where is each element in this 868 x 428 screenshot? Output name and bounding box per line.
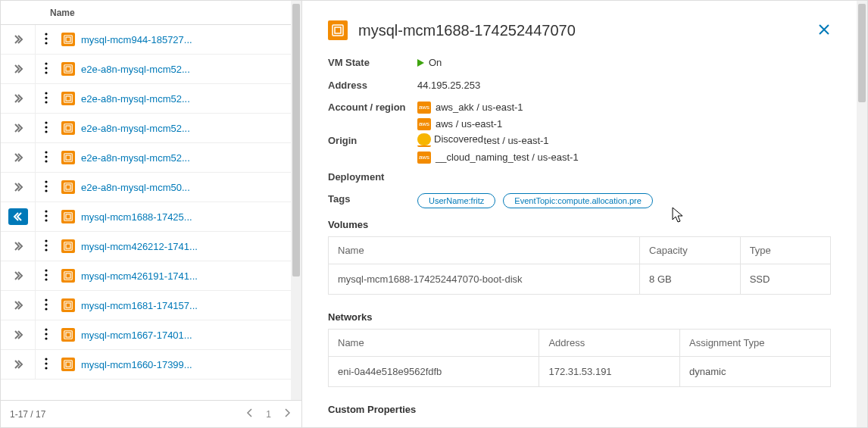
expand-button[interactable] bbox=[8, 238, 28, 255]
svg-rect-18 bbox=[64, 124, 73, 133]
vm-name-link[interactable]: mysql-mcm1660-17399... bbox=[81, 359, 192, 370]
expand-button[interactable] bbox=[8, 90, 28, 107]
right-scroll-thumb[interactable] bbox=[858, 4, 866, 102]
svg-rect-60 bbox=[333, 25, 343, 36]
vm-icon bbox=[61, 269, 75, 283]
vm-name-link[interactable]: mysql-mcm426191-1741... bbox=[81, 270, 198, 282]
table-row: mysql-mcm1688-17425... bbox=[1, 202, 301, 232]
expand-button[interactable] bbox=[8, 31, 28, 48]
vm-name-link[interactable]: mysql-mcm1667-17401... bbox=[81, 330, 192, 341]
section-networks: Networks bbox=[328, 311, 831, 323]
svg-rect-14 bbox=[66, 96, 70, 101]
left-scroll-thumb[interactable] bbox=[292, 4, 300, 276]
svg-rect-49 bbox=[66, 303, 70, 308]
svg-point-12 bbox=[45, 101, 47, 103]
row-actions-menu[interactable] bbox=[43, 207, 49, 227]
list-header-name: Name bbox=[50, 8, 75, 18]
play-icon bbox=[417, 59, 424, 67]
vm-icon bbox=[61, 298, 75, 312]
origin-value: Discovered bbox=[417, 133, 483, 145]
svg-rect-59 bbox=[66, 362, 70, 367]
vm-name-link[interactable]: e2e-a8n-mysql-mcm52... bbox=[81, 64, 190, 75]
volumes-col-name: Name bbox=[329, 236, 640, 264]
svg-rect-3 bbox=[64, 36, 73, 44]
svg-rect-19 bbox=[66, 126, 70, 130]
svg-point-30 bbox=[45, 210, 47, 212]
section-custom-properties: Custom Properties bbox=[328, 404, 831, 415]
collapse-button[interactable] bbox=[8, 208, 28, 225]
expand-button[interactable] bbox=[8, 297, 28, 314]
pager-next-button[interactable] bbox=[282, 407, 292, 421]
vm-name-link[interactable]: mysql-mcm1681-174157... bbox=[81, 300, 198, 311]
list-footer: 1-17 / 17 1 bbox=[1, 400, 301, 427]
volumes-col-type: Type bbox=[740, 236, 830, 264]
vm-name-link[interactable]: mysql-mcm426212-1741... bbox=[81, 241, 198, 252]
vm-icon bbox=[61, 210, 75, 223]
expand-button[interactable] bbox=[8, 120, 28, 136]
volume-type: SSD bbox=[740, 264, 830, 294]
table-row: e2e-a8n-mysql-mcm52... bbox=[1, 55, 301, 84]
expand-button[interactable] bbox=[8, 61, 28, 77]
right-scrollbar[interactable] bbox=[857, 1, 867, 427]
label-tags: Tags bbox=[328, 193, 417, 208]
account-region-item: awsaws / us-east-1 bbox=[417, 118, 831, 130]
vm-name-link[interactable]: mysql-mcm944-185727... bbox=[81, 34, 192, 45]
label-address: Address bbox=[328, 80, 417, 91]
address-value: 44.195.25.253 bbox=[417, 80, 831, 91]
left-scrollbar[interactable] bbox=[291, 1, 301, 400]
row-actions-menu[interactable] bbox=[43, 325, 49, 345]
expand-button[interactable] bbox=[8, 267, 28, 284]
table-row: e2e-a8n-mysql-mcm52... bbox=[1, 114, 301, 143]
vm-icon bbox=[61, 121, 75, 135]
aws-icon: aws bbox=[417, 152, 431, 164]
aws-icon: aws bbox=[417, 102, 431, 114]
vm-name-link[interactable]: e2e-a8n-mysql-mcm52... bbox=[81, 123, 190, 134]
vm-icon bbox=[61, 151, 75, 164]
tag-pill[interactable]: UserName:fritz bbox=[417, 193, 495, 208]
vm-name-link[interactable]: e2e-a8n-mysql-mcm52... bbox=[81, 152, 190, 164]
svg-rect-23 bbox=[64, 154, 73, 162]
vm-state-value: On bbox=[417, 57, 442, 68]
tag-pill[interactable]: EventTopic:compute.allocation.pre bbox=[503, 193, 653, 208]
svg-rect-54 bbox=[66, 333, 70, 337]
vm-name-link[interactable]: mysql-mcm1688-17425... bbox=[81, 211, 192, 223]
row-actions-menu[interactable] bbox=[43, 89, 49, 109]
pager-prev-button[interactable] bbox=[245, 407, 255, 421]
row-actions-menu[interactable] bbox=[43, 236, 49, 257]
vm-name-link[interactable]: e2e-a8n-mysql-mcm52... bbox=[81, 93, 190, 105]
row-actions-menu[interactable] bbox=[43, 295, 49, 316]
svg-point-50 bbox=[45, 328, 47, 330]
svg-point-55 bbox=[45, 358, 47, 360]
svg-point-31 bbox=[45, 214, 47, 217]
detail-pane: mysql-mcm1688-174252447070 VM State On A… bbox=[302, 1, 867, 427]
svg-point-11 bbox=[45, 96, 47, 98]
row-actions-menu[interactable] bbox=[43, 148, 49, 168]
row-actions-menu[interactable] bbox=[43, 59, 49, 80]
svg-point-27 bbox=[45, 189, 47, 192]
expand-button[interactable] bbox=[8, 179, 28, 195]
svg-point-2 bbox=[45, 42, 47, 44]
row-actions-menu[interactable] bbox=[43, 266, 49, 286]
svg-rect-34 bbox=[66, 214, 70, 219]
row-actions-menu[interactable] bbox=[43, 30, 49, 50]
expand-button[interactable] bbox=[8, 326, 28, 343]
table-row: mysql-mcm1660-17399... bbox=[1, 350, 301, 380]
svg-point-15 bbox=[45, 121, 47, 123]
page-range: 1-17 / 17 bbox=[10, 409, 45, 420]
table-row: mysql-mcm1681-174157... bbox=[1, 291, 301, 320]
row-actions-menu[interactable] bbox=[43, 118, 49, 139]
svg-point-0 bbox=[45, 33, 47, 35]
table-row: eni-0a44e518e9562fdfb172.31.53.191dynami… bbox=[329, 356, 831, 386]
aws-icon: aws bbox=[417, 118, 431, 130]
vm-name-link[interactable]: e2e-a8n-mysql-mcm50... bbox=[81, 182, 190, 193]
svg-point-52 bbox=[45, 337, 47, 339]
svg-point-37 bbox=[45, 248, 47, 251]
svg-point-36 bbox=[45, 244, 47, 246]
table-row: e2e-a8n-mysql-mcm52... bbox=[1, 84, 301, 114]
row-actions-menu[interactable] bbox=[43, 355, 49, 375]
row-actions-menu[interactable] bbox=[43, 177, 49, 198]
volumes-table: Name Capacity Type mysql-mcm1688-1742524… bbox=[328, 236, 831, 295]
expand-button[interactable] bbox=[8, 356, 28, 373]
close-button[interactable] bbox=[817, 23, 831, 39]
expand-button[interactable] bbox=[8, 149, 28, 166]
